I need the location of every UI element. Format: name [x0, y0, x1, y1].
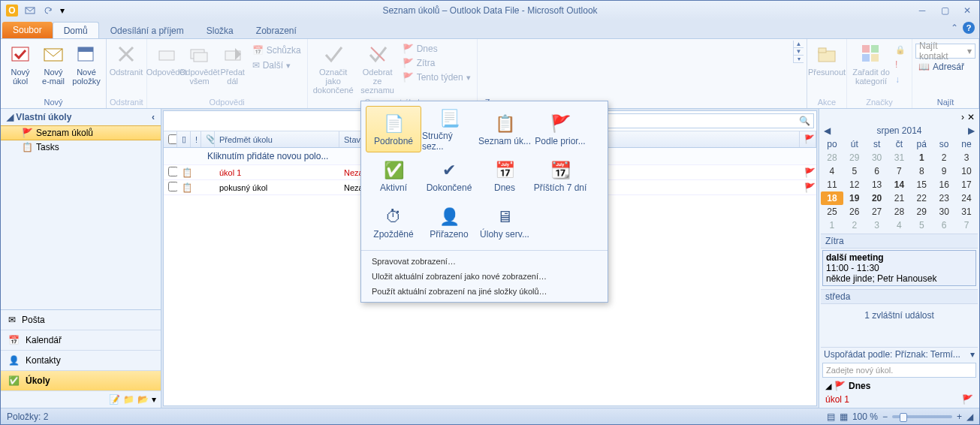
tab-sendreceive[interactable]: Odesílání a příjem — [99, 22, 195, 38]
zoom-in-button[interactable]: + — [957, 411, 962, 422]
calendar-day[interactable]: 1 — [910, 151, 933, 164]
manage-views-menuitem[interactable]: Spravovat zobrazení… — [361, 254, 608, 269]
calendar-day[interactable]: 24 — [955, 191, 978, 205]
view-option[interactable]: 🚩Podle prior... — [532, 106, 588, 152]
calendar-day[interactable]: 29 — [843, 151, 866, 164]
calendar-day[interactable]: 15 — [910, 178, 933, 191]
flag-icon[interactable]: 🚩 — [804, 182, 816, 193]
zoom-slider[interactable] — [892, 415, 952, 418]
gallery-more-icon[interactable]: ▾ — [794, 56, 804, 63]
next-month-icon[interactable]: ▶ — [968, 125, 975, 136]
save-view-menuitem[interactable]: Uložit aktuální zobrazení jako nové zobr… — [361, 269, 608, 284]
view-gallery[interactable]: ▲ ▼ ▾ — [481, 41, 804, 96]
prev-month-icon[interactable]: ◀ — [824, 125, 831, 136]
calendar-day[interactable]: 18 — [821, 191, 843, 205]
calendar-day[interactable]: 19 — [843, 191, 866, 205]
importance-column[interactable]: ! — [191, 131, 201, 147]
notes-icon[interactable]: 📝 — [109, 394, 120, 405]
calendar-day[interactable]: 22 — [910, 191, 933, 205]
calendar-day[interactable]: 30 — [933, 205, 955, 219]
tab-file[interactable]: Soubor — [2, 22, 53, 38]
calendar-day[interactable]: 10 — [955, 164, 978, 178]
nav-header-mytasks[interactable]: ◢ Vlastní úkoly‹ — [1, 109, 161, 125]
calendar-day[interactable]: 14 — [888, 178, 911, 191]
low-importance-button[interactable]: ↓ — [892, 73, 909, 86]
tab-view[interactable]: Zobrazení — [245, 22, 308, 38]
calendar-day[interactable]: 3 — [866, 219, 888, 232]
view-option[interactable]: 📃Stručný sez... — [421, 106, 477, 152]
attachment-column[interactable]: 📎 — [201, 131, 215, 147]
view-option[interactable]: 📆Příštích 7 dní — [532, 152, 588, 199]
calendar-day[interactable]: 23 — [933, 191, 955, 205]
calendar-day[interactable]: 5 — [910, 219, 933, 232]
calendar-day[interactable]: 26 — [843, 205, 866, 219]
flag-icon[interactable]: 🚩 — [804, 167, 816, 178]
nav-module-mail[interactable]: ✉Pošta — [1, 310, 161, 330]
tab-folder[interactable]: Složka — [195, 22, 245, 38]
calendar-day[interactable]: 31 — [888, 151, 911, 164]
help-icon[interactable]: ? — [963, 22, 975, 34]
todo-task-item[interactable]: úkol 1🚩 — [821, 393, 978, 406]
flag-column[interactable]: 🚩 — [800, 131, 816, 147]
row-checkbox[interactable] — [168, 167, 177, 176]
calendar-day[interactable]: 31 — [955, 205, 978, 219]
calendar-day[interactable]: 11 — [821, 178, 843, 191]
minimize-ribbon-icon[interactable]: ⌃ — [951, 23, 958, 33]
view-option[interactable]: 📄Podrobné — [366, 106, 421, 152]
search-input[interactable]: 🔍 — [574, 113, 814, 128]
tab-home[interactable]: Domů — [53, 22, 99, 38]
gallery-down-icon[interactable]: ▼ — [794, 48, 804, 56]
collapse-nav-icon[interactable]: ‹ — [152, 112, 155, 122]
arrange-by[interactable]: Uspořádat podle: Příznak: Termí...▾ — [821, 347, 978, 361]
calendar-day[interactable]: 7 — [955, 219, 978, 232]
new-items-button[interactable]: Novépoložky — [70, 41, 103, 87]
calendar-day[interactable]: 21 — [888, 191, 911, 205]
select-all-checkbox[interactable] — [168, 134, 177, 144]
view-option[interactable]: ⏱Zpožděné — [366, 199, 421, 246]
calendar-day[interactable]: 13 — [866, 178, 888, 191]
calendar-day[interactable]: 12 — [843, 178, 866, 191]
row-checkbox[interactable] — [168, 182, 177, 191]
calendar-day[interactable]: 4 — [888, 219, 911, 232]
new-task-button[interactable]: Novýúkol — [4, 41, 37, 87]
view-option[interactable]: 📋Seznam úk... — [477, 106, 532, 152]
flag-thisweek-button[interactable]: 🚩Tento týden▾ — [400, 71, 474, 84]
view-option[interactable]: ✅Aktivní — [366, 152, 421, 199]
new-task-input[interactable]: Zadejte nový úkol. — [822, 363, 976, 378]
calendar-day[interactable]: 3 — [955, 151, 978, 164]
find-contact-input[interactable]: Najít kontakt ▾ — [915, 44, 975, 59]
reply-all-button[interactable]: Odpovědětvšem — [183, 41, 216, 87]
nav-item-tasks[interactable]: 📋Tasks — [1, 140, 161, 154]
more-respond-button[interactable]: ✉Další▾ — [249, 59, 304, 72]
configure-buttons-icon[interactable]: ▾ — [152, 394, 156, 405]
zoom-out-button[interactable]: − — [882, 411, 888, 422]
calendar-day[interactable]: 7 — [888, 164, 911, 178]
calendar-day[interactable]: 20 — [866, 191, 888, 205]
view-option[interactable]: 👤Přiřazeno — [421, 199, 477, 246]
high-importance-button[interactable]: ! — [892, 58, 909, 71]
calendar-day[interactable]: 4 — [821, 164, 843, 178]
remove-from-list-button[interactable]: Odebrat zeseznamu — [356, 41, 400, 96]
calendar-day[interactable]: 25 — [821, 205, 843, 219]
forward-button[interactable]: Předatdál — [216, 41, 249, 87]
view-reading-icon[interactable]: ▦ — [840, 411, 848, 422]
flag-today-button[interactable]: 🚩Dnes — [400, 42, 474, 56]
mark-complete-button[interactable]: Označit jakodokončené — [311, 41, 356, 96]
mini-calendar[interactable]: poútstčtpásone28293031123456789101112131… — [821, 137, 978, 232]
outlook-icon[interactable]: O — [4, 2, 20, 19]
address-book-button[interactable]: 📖Adresář — [915, 60, 967, 74]
calendar-day[interactable]: 27 — [866, 205, 888, 219]
resize-grip-icon[interactable]: ◢ — [966, 411, 973, 422]
calendar-day[interactable]: 30 — [866, 151, 888, 164]
maximize-button[interactable]: ▢ — [936, 4, 954, 17]
icon-column[interactable]: ▯ — [177, 131, 191, 147]
move-button[interactable]: Přesunout — [810, 41, 843, 78]
view-normal-icon[interactable]: ▤ — [827, 411, 835, 422]
nav-item-todo-list[interactable]: 🚩Seznam úkolů — [1, 125, 161, 140]
calendar-day[interactable]: 9 — [933, 164, 955, 178]
close-todo-icon[interactable]: ✕ — [967, 112, 975, 122]
event-count[interactable]: 1 zvláštní událost — [821, 304, 978, 327]
private-button[interactable]: 🔒 — [892, 44, 909, 56]
view-option[interactable]: ✔Dokončené — [421, 152, 477, 199]
calendar-day[interactable]: 8 — [910, 164, 933, 178]
